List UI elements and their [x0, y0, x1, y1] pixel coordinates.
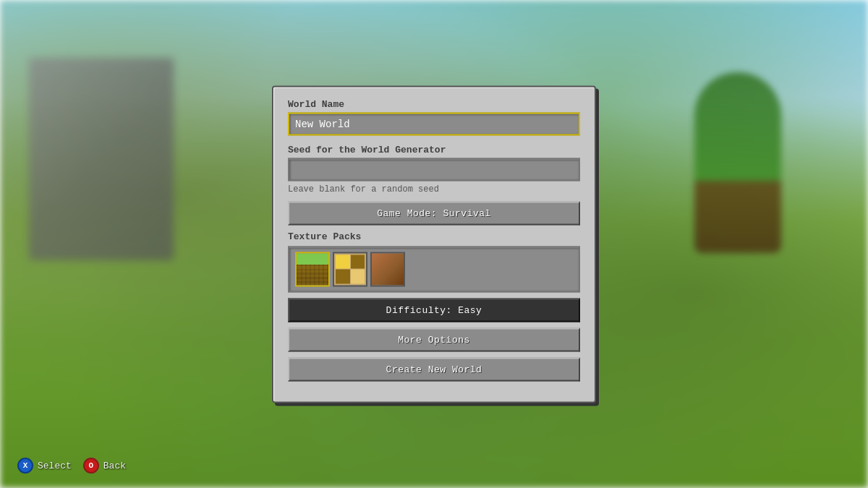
new-world-dialog: World Name Seed for the World Generator … — [272, 85, 596, 403]
world-name-label: World Name — [288, 98, 580, 109]
more-options-button[interactable]: More Options — [288, 328, 580, 351]
brown-block-icon — [372, 253, 404, 285]
back-hint: O Back — [83, 458, 126, 474]
texture-packs-container — [288, 246, 580, 292]
texture-pack-grass[interactable] — [295, 252, 330, 286]
background-tree — [694, 72, 781, 253]
craft-cell-1 — [336, 254, 350, 269]
seed-label: Seed for the World Generator — [288, 144, 580, 155]
craft-block-icon — [334, 253, 366, 285]
game-mode-button[interactable]: Game Mode: Survival — [288, 201, 580, 225]
difficulty-button[interactable]: Difficulty: Easy — [288, 298, 580, 322]
grass-block-icon — [297, 253, 328, 285]
texture-pack-crafting[interactable] — [333, 252, 367, 286]
craft-cell-3 — [336, 270, 350, 284]
seed-hint: Leave blank for a random seed — [288, 184, 580, 194]
create-world-button[interactable]: Create New World — [288, 357, 580, 381]
select-hint: X Select — [17, 458, 72, 474]
controller-hints: X Select O Back — [17, 458, 126, 474]
craft-cell-2 — [351, 254, 365, 269]
texture-pack-brown[interactable] — [370, 252, 405, 286]
world-name-input[interactable] — [288, 112, 580, 135]
back-label: Back — [103, 461, 126, 471]
select-label: Select — [38, 461, 72, 471]
o-button-icon: O — [83, 458, 99, 474]
craft-cell-4 — [351, 270, 365, 284]
seed-input[interactable] — [288, 158, 580, 181]
x-button-icon: X — [17, 458, 33, 474]
texture-packs-label: Texture Packs — [288, 231, 580, 241]
background-structure — [29, 58, 174, 260]
